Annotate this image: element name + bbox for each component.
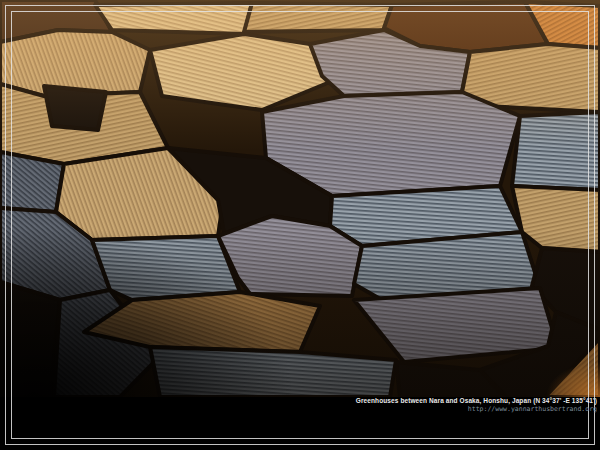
- aerial-photo: [0, 0, 600, 397]
- caption-url: http://www.yannarthusbertrand.org: [356, 406, 597, 413]
- corner-shadow-overlay: [0, 120, 420, 397]
- wallpaper: Greenhouses between Nara and Osaka, Hons…: [0, 0, 600, 450]
- caption-title: Greenhouses between Nara and Osaka, Hons…: [356, 398, 597, 405]
- sun-glow-overlay: [420, 280, 600, 397]
- photo-caption: Greenhouses between Nara and Osaka, Hons…: [356, 398, 597, 412]
- greenhouse-patchwork-graphic: [0, 0, 600, 397]
